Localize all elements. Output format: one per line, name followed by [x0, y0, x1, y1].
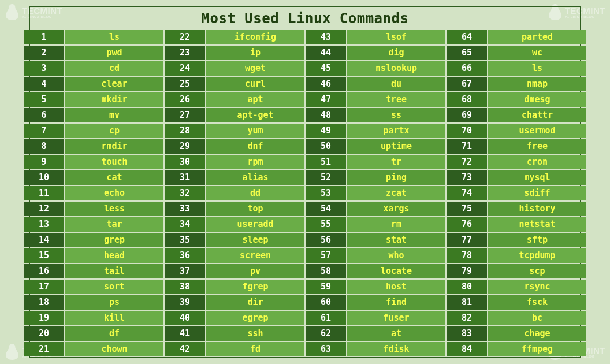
command-name: fgrep — [206, 280, 304, 294]
command-number: 38 — [165, 280, 205, 294]
command-name: usermod — [488, 124, 586, 138]
command-name: locate — [347, 264, 445, 278]
command-name: df — [65, 326, 163, 341]
command-name: host — [347, 280, 445, 294]
command-name: du — [347, 77, 445, 91]
command-number: 68 — [447, 92, 487, 107]
command-number: 63 — [306, 342, 346, 356]
command-name: less — [65, 202, 163, 216]
command-number: 64 — [447, 30, 487, 44]
command-name: rpm — [206, 155, 304, 169]
command-name: cp — [65, 124, 163, 138]
command-name: ls — [488, 61, 586, 76]
command-name: mkdir — [65, 92, 163, 107]
command-name: egrep — [206, 311, 304, 325]
command-name: rm — [347, 217, 445, 232]
command-number: 37 — [165, 264, 205, 278]
command-name: mv — [65, 108, 163, 122]
command-number: 45 — [306, 61, 346, 76]
command-name: fd — [206, 342, 304, 356]
command-name: echo — [65, 186, 163, 200]
command-number: 53 — [306, 186, 346, 200]
command-name: fsck — [488, 295, 586, 310]
command-number: 77 — [447, 233, 487, 247]
command-number: 29 — [165, 139, 205, 154]
command-number: 4 — [24, 77, 64, 91]
command-name: wc — [488, 46, 586, 60]
command-number: 39 — [165, 295, 205, 310]
command-number: 50 — [306, 139, 346, 154]
command-name: ifconfig — [206, 30, 304, 44]
command-name: ps — [65, 295, 163, 310]
command-number: 5 — [24, 92, 64, 107]
command-number: 32 — [165, 186, 205, 200]
command-number: 17 — [24, 280, 64, 294]
command-number: 56 — [306, 233, 346, 247]
command-number: 83 — [447, 326, 487, 341]
command-number: 76 — [447, 217, 487, 232]
command-number: 46 — [306, 77, 346, 91]
command-number: 62 — [306, 326, 346, 341]
command-number: 28 — [165, 124, 205, 138]
command-name: history — [488, 202, 586, 216]
command-name: apt-get — [206, 108, 304, 122]
command-number: 61 — [306, 311, 346, 325]
command-name: lsof — [347, 30, 445, 44]
command-number: 58 — [306, 264, 346, 278]
command-name: useradd — [206, 217, 304, 232]
command-name: rsync — [488, 280, 586, 294]
command-number: 6 — [24, 108, 64, 122]
command-name: sdiff — [488, 186, 586, 200]
penguin-icon — [5, 343, 20, 361]
command-name: chage — [488, 326, 586, 341]
command-name: ffmpeg — [488, 342, 586, 356]
command-name: ls — [65, 30, 163, 44]
command-name: at — [347, 326, 445, 341]
command-number: 52 — [306, 170, 346, 185]
commands-panel: Most Used Linux Commands 1ls22ifconfig43… — [29, 6, 581, 358]
command-number: 54 — [306, 202, 346, 216]
command-name: alias — [206, 170, 304, 185]
command-name: scp — [488, 264, 586, 278]
command-number: 9 — [24, 155, 64, 169]
command-name: curl — [206, 77, 304, 91]
command-name: tcpdump — [488, 248, 586, 263]
command-name: chown — [65, 342, 163, 356]
command-number: 31 — [165, 170, 205, 185]
command-number: 2 — [24, 46, 64, 60]
command-number: 70 — [447, 124, 487, 138]
command-number: 69 — [447, 108, 487, 122]
command-number: 1 — [24, 30, 64, 44]
command-number: 7 — [24, 124, 64, 138]
command-name: dnf — [206, 139, 304, 154]
command-number: 42 — [165, 342, 205, 356]
command-number: 84 — [447, 342, 487, 356]
command-name: rmdir — [65, 139, 163, 154]
command-number: 27 — [165, 108, 205, 122]
penguin-icon — [5, 3, 20, 21]
command-number: 11 — [24, 186, 64, 200]
command-name: dir — [206, 295, 304, 310]
command-name: chattr — [488, 108, 586, 122]
command-name: dmesg — [488, 92, 586, 107]
command-name: xargs — [347, 202, 445, 216]
command-name: who — [347, 248, 445, 263]
command-name: cat — [65, 170, 163, 185]
page-title: Most Used Linux Commands — [30, 10, 580, 27]
command-number: 51 — [306, 155, 346, 169]
command-name: nslookup — [347, 61, 445, 76]
command-name: dd — [206, 186, 304, 200]
command-number: 43 — [306, 30, 346, 44]
command-name: zcat — [347, 186, 445, 200]
command-number: 78 — [447, 248, 487, 263]
command-number: 36 — [165, 248, 205, 263]
command-number: 55 — [306, 217, 346, 232]
command-number: 33 — [165, 202, 205, 216]
command-number: 67 — [447, 77, 487, 91]
command-number: 72 — [447, 155, 487, 169]
command-name: clear — [65, 77, 163, 91]
command-name: fuser — [347, 311, 445, 325]
command-name: grep — [65, 233, 163, 247]
command-name: pwd — [65, 46, 163, 60]
command-name: ssh — [206, 326, 304, 341]
